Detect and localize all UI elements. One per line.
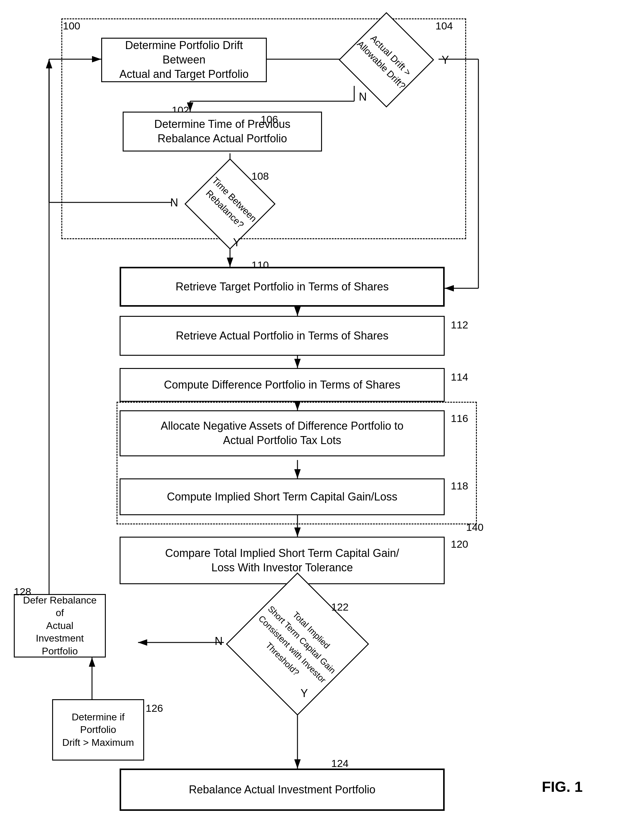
label-y2: Y [233, 236, 240, 249]
label-140: 140 [466, 522, 484, 533]
label-n3: N [215, 635, 223, 648]
label-100: 100 [63, 20, 80, 32]
box-retrieve-actual: Retrieve Actual Portfolio in Terms of Sh… [120, 316, 445, 356]
box-determine-drift: Determine if Portfolio Drift > Maximum [52, 699, 144, 760]
box-defer: Defer Rebalance of Actual Investment Por… [14, 594, 106, 658]
label-114: 114 [451, 371, 468, 383]
box-rebalance: Rebalance Actual Investment Portfolio [120, 768, 445, 811]
box-determine-portfolio: Determine Portfolio Drift Between Actual… [101, 38, 267, 82]
label-116: 116 [451, 413, 468, 424]
label-y1: Y [442, 54, 449, 67]
box-compare-total: Compare Total Implied Short Term Capital… [120, 537, 445, 584]
label-126: 126 [145, 702, 163, 714]
box-compute-implied: Compute Implied Short Term Capital Gain/… [120, 478, 445, 515]
diamond-actual-drift-text: Actual Drift > Allowable Drift? [353, 27, 419, 93]
box-retrieve-target: Retrieve Target Portfolio in Terms of Sh… [120, 267, 445, 307]
label-n2: N [170, 196, 178, 209]
diamond-total-implied: Total Implied Short Term Capital Gain Co… [212, 601, 384, 687]
label-124: 124 [331, 757, 349, 770]
box-determine-time: Determine Time of Previous Rebalance Act… [123, 112, 322, 152]
label-y3: Y [300, 687, 308, 700]
label-104: 104 [435, 20, 453, 32]
label-118: 118 [451, 480, 468, 492]
box-allocate-negative: Allocate Negative Assets of Difference P… [120, 410, 445, 456]
label-120: 120 [451, 538, 468, 550]
diamond-actual-drift: Actual Drift > Allowable Drift? [334, 29, 438, 90]
label-128: 128 [14, 586, 31, 598]
label-106: 106 [260, 114, 278, 125]
label-n1: N [359, 90, 367, 103]
label-108: 108 [251, 170, 269, 182]
label-112: 112 [451, 319, 468, 331]
box-compute-diff: Compute Difference Portfolio in Terms of… [120, 368, 445, 402]
label-122: 122 [331, 601, 349, 613]
fig-label: FIG. 1 [542, 778, 583, 795]
diagram: 100 Determine Portfolio Drift Between Ac… [0, 0, 644, 832]
